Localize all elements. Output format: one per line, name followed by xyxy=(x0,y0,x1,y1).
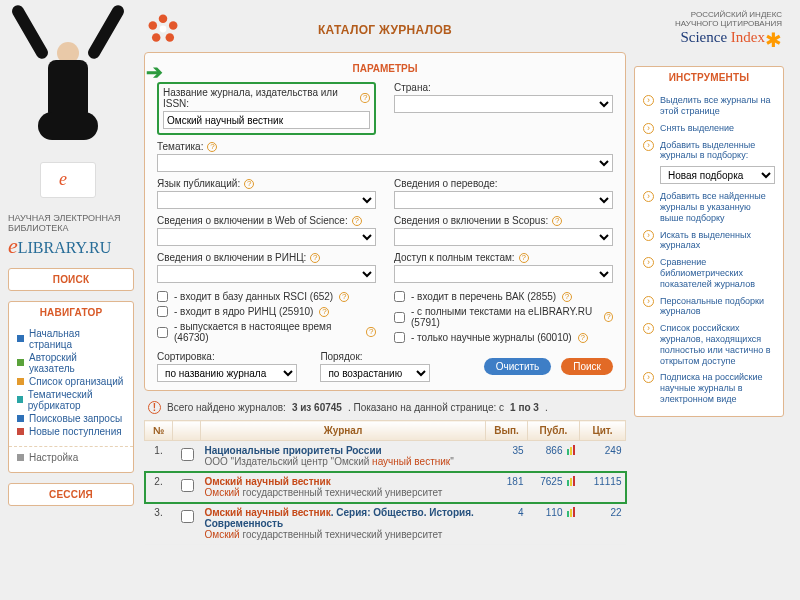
chevron-icon: › xyxy=(643,230,654,241)
info-icon: ! xyxy=(148,401,161,414)
row-checkbox[interactable] xyxy=(181,510,194,523)
chevron-icon: › xyxy=(643,191,654,202)
help-icon[interactable]: ? xyxy=(360,93,370,103)
svg-point-5 xyxy=(160,26,167,33)
help-icon[interactable]: ? xyxy=(310,253,320,263)
science-index-logo: РОССИЙСКИЙ ИНДЕКС НАУЧНОГО ЦИТИРОВАНИЯ S… xyxy=(634,6,784,56)
fulltext-select[interactable] xyxy=(394,265,613,283)
filter-checkbox[interactable]: - входит в базу данных RSCI (652) ? xyxy=(157,289,376,304)
help-icon[interactable]: ? xyxy=(604,312,613,322)
navigator-panel: НАВИГАТОР Начальная страницаАвторский ук… xyxy=(8,301,134,473)
help-icon[interactable]: ? xyxy=(352,216,362,226)
table-row[interactable]: 1.Национальные приоритеты РоссииООО "Изд… xyxy=(145,441,626,472)
subject-select[interactable] xyxy=(157,154,613,172)
tool-item[interactable]: ›Сравнение библиометрических показателей… xyxy=(643,254,775,292)
help-icon[interactable]: ? xyxy=(319,307,329,317)
tool-item[interactable]: ›Список российских журналов, находящихся… xyxy=(643,320,775,369)
arrow-icon: ➔ xyxy=(146,60,163,84)
svg-point-1 xyxy=(169,21,178,30)
language-select[interactable] xyxy=(157,191,376,209)
svg-point-2 xyxy=(166,33,175,42)
search-panel[interactable]: ПОИСК xyxy=(8,268,134,291)
site-logo: НАУЧНАЯ ЭЛЕКТРОННАЯ БИБЛИОТЕКА eLIBRARY.… xyxy=(8,214,134,258)
clear-button[interactable]: Очистить xyxy=(484,358,552,375)
order-select[interactable]: по возрастанию xyxy=(320,364,430,382)
svg-point-3 xyxy=(152,33,161,42)
tool-item[interactable]: ›Добавить все найденные журналы в указан… xyxy=(643,188,775,226)
chevron-icon: › xyxy=(643,257,654,268)
tool-item[interactable]: ›Искать в выделенных журналах xyxy=(643,227,775,255)
chevron-icon: › xyxy=(643,140,654,151)
flower-icon xyxy=(146,12,180,48)
row-checkbox[interactable] xyxy=(181,448,194,461)
nav-item[interactable]: Авторский указатель xyxy=(17,351,125,375)
nav-item[interactable]: Тематический рубрикатор xyxy=(17,388,125,412)
chevron-icon: › xyxy=(643,95,654,106)
journal-name-input[interactable] xyxy=(163,111,370,129)
chevron-icon: › xyxy=(643,123,654,134)
tool-item[interactable]: ›Выделить все журналы на этой странице xyxy=(643,92,775,120)
chevron-icon: › xyxy=(643,323,654,334)
wos-select[interactable] xyxy=(157,228,376,246)
help-icon[interactable]: ? xyxy=(552,216,562,226)
page-title: КАТАЛОГ ЖУРНАЛОВ xyxy=(318,23,452,37)
tool-item[interactable]: ›Добавить выделенные журналы в подборку: xyxy=(643,137,775,165)
row-checkbox[interactable] xyxy=(181,479,194,492)
filter-checkbox[interactable]: - выпускается в настоящее время (46730) … xyxy=(157,319,376,345)
sort-select[interactable]: по названию журнала xyxy=(157,364,297,382)
help-icon[interactable]: ? xyxy=(339,292,349,302)
tool-item[interactable]: ›Снять выделение xyxy=(643,120,775,137)
nav-item[interactable]: Поисковые запросы xyxy=(17,412,125,425)
results-table: № Журнал Вып. Публ. Цит. 1.Национальные … xyxy=(144,420,626,545)
translation-select[interactable] xyxy=(394,191,613,209)
chevron-icon: › xyxy=(643,296,654,307)
help-icon[interactable]: ? xyxy=(562,292,572,302)
table-row[interactable]: 3.Омский научный вестник. Серия: Обществ… xyxy=(145,503,626,545)
nav-item[interactable]: Список организаций xyxy=(17,375,125,388)
help-icon[interactable]: ? xyxy=(366,327,376,337)
results-summary: ! Всего найдено журналов: 3 из 60745 . П… xyxy=(148,401,622,414)
svg-point-0 xyxy=(159,15,168,23)
rinc-select[interactable] xyxy=(157,265,376,283)
nav-item[interactable]: Начальная страница xyxy=(17,327,125,351)
help-icon[interactable]: ? xyxy=(244,179,254,189)
tool-item[interactable]: ›Персональные подборки журналов xyxy=(643,293,775,321)
filter-checkbox[interactable]: - входит в перечень ВАК (2855) ? xyxy=(394,289,613,304)
collection-select[interactable]: Новая подборка xyxy=(660,166,775,184)
filter-checkbox[interactable]: - только научные журналы (60010) ? xyxy=(394,330,613,345)
search-button[interactable]: Поиск xyxy=(561,358,613,375)
filter-checkbox[interactable]: - с полными текстами на eLIBRARY.RU (579… xyxy=(394,304,613,330)
nav-item[interactable]: Новые поступления xyxy=(17,425,125,438)
help-icon[interactable]: ? xyxy=(578,333,588,343)
country-select[interactable] xyxy=(394,95,613,113)
chevron-icon: › xyxy=(643,372,654,383)
help-icon[interactable]: ? xyxy=(207,142,217,152)
hero-image: e xyxy=(8,6,134,206)
tool-item[interactable]: ›Подписка на российские научные журналы … xyxy=(643,369,775,407)
svg-point-4 xyxy=(149,21,158,30)
help-icon[interactable]: ? xyxy=(519,253,529,263)
tools-panel: ИНСТРУМЕНТЫ ›Выделить все журналы на это… xyxy=(634,66,784,417)
session-panel[interactable]: СЕССИЯ xyxy=(8,483,134,506)
params-panel: ПАРАМЕТРЫ Название журнала, издательства… xyxy=(144,52,626,391)
settings-link[interactable]: Настройка xyxy=(17,451,125,464)
table-row[interactable]: 2.Омский научный вестникОмский государст… xyxy=(145,472,626,503)
filter-checkbox[interactable]: - входит в ядро РИНЦ (25910) ? xyxy=(157,304,376,319)
scopus-select[interactable] xyxy=(394,228,613,246)
